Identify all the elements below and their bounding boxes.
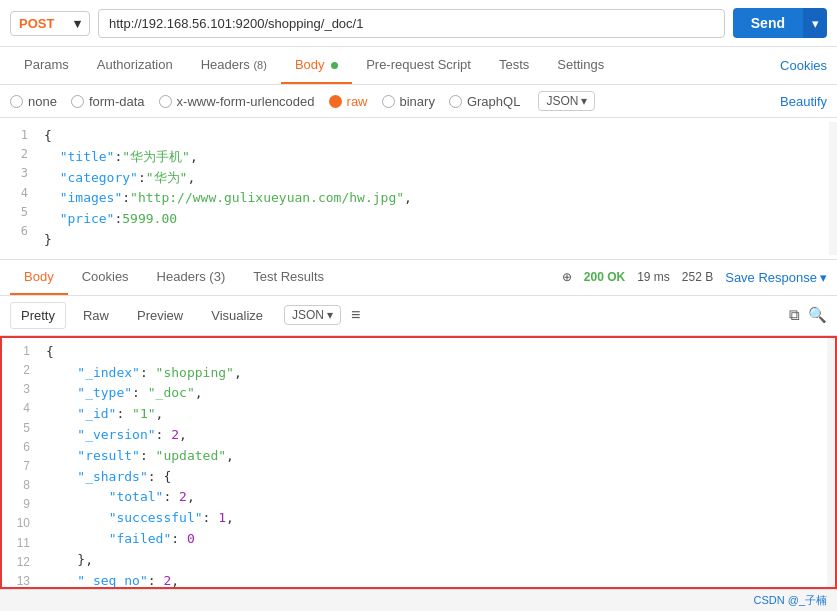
req-line-num-5: 5 <box>8 203 28 222</box>
resp-json-chevron-icon: ▾ <box>327 308 333 322</box>
response-code-area[interactable]: 1 2 3 4 5 6 7 8 9 10 11 12 13 14 { "_ind… <box>0 336 837 589</box>
resp-ln-6: 6 <box>10 438 30 457</box>
resp-headers-badge: (3) <box>209 269 225 284</box>
tab-settings[interactable]: Settings <box>543 47 618 84</box>
req-line-numbers: 1 2 3 4 5 6 <box>0 122 36 255</box>
tab-params[interactable]: Params <box>10 47 83 84</box>
resp-tab-headers[interactable]: Headers (3) <box>143 260 240 295</box>
bottom-bar: CSDN @_子楠 <box>0 589 837 611</box>
resp-ln-9: 9 <box>10 495 30 514</box>
resp-copy-icon[interactable]: ⧉ <box>789 306 800 324</box>
req-line-num-1: 1 <box>8 126 28 145</box>
request-tabs: Params Authorization Headers (8) Body Pr… <box>0 47 837 85</box>
radio-binary <box>382 95 395 108</box>
status-ok: 200 OK <box>584 270 625 284</box>
resp-ln-11: 11 <box>10 534 30 553</box>
resp-tab-cookies[interactable]: Cookies <box>68 260 143 295</box>
url-input[interactable] <box>98 9 725 38</box>
method-select[interactable]: POST ▾ <box>10 11 90 36</box>
body-type-urlencoded[interactable]: x-www-form-urlencoded <box>159 94 315 109</box>
body-dot <box>331 62 338 69</box>
resp-time: 19 ms <box>637 270 670 284</box>
radio-graphql <box>449 95 462 108</box>
radio-urlencoded <box>159 95 172 108</box>
brand-label: CSDN @_子楠 <box>753 593 827 608</box>
response-tabs: Body Cookies Headers (3) Test Results ⊕ … <box>0 260 837 296</box>
resp-status: ⊕ 200 OK 19 ms 252 B Save Response ▾ <box>562 270 827 285</box>
cookies-button[interactable]: Cookies <box>780 48 827 83</box>
send-button[interactable]: Send <box>733 8 803 38</box>
url-bar: POST ▾ Send ▾ <box>0 0 837 47</box>
req-scrollbar[interactable] <box>829 122 837 255</box>
request-code-content[interactable]: { "title":"华为手机", "category":"华为", "imag… <box>36 122 829 255</box>
headers-badge: (8) <box>253 59 266 71</box>
resp-body-tab-pretty[interactable]: Pretty <box>10 302 66 329</box>
tab-prerequest[interactable]: Pre-request Script <box>352 47 485 84</box>
tab-tests[interactable]: Tests <box>485 47 543 84</box>
body-type-raw[interactable]: raw <box>329 94 368 109</box>
body-type-binary[interactable]: binary <box>382 94 435 109</box>
body-type-graphql[interactable]: GraphQL <box>449 94 520 109</box>
body-type-binary-label: binary <box>400 94 435 109</box>
body-type-urlencoded-label: x-www-form-urlencoded <box>177 94 315 109</box>
body-type-formdata[interactable]: form-data <box>71 94 145 109</box>
req-line-num-4: 4 <box>8 184 28 203</box>
json-select[interactable]: JSON ▾ <box>538 91 595 111</box>
json-select-label: JSON <box>546 94 578 108</box>
resp-search-icon[interactable]: 🔍 <box>808 306 827 324</box>
method-chevron-icon: ▾ <box>74 16 81 31</box>
save-response-button[interactable]: Save Response ▾ <box>725 270 827 285</box>
method-label: POST <box>19 16 54 31</box>
radio-none <box>10 95 23 108</box>
resp-ln-1: 1 <box>10 342 30 361</box>
resp-ln-10: 10 <box>10 514 30 533</box>
body-type-none-label: none <box>28 94 57 109</box>
resp-tab-body[interactable]: Body <box>10 260 68 295</box>
resp-size: 252 B <box>682 270 713 284</box>
req-line-num-6: 6 <box>8 222 28 241</box>
resp-ln-3: 3 <box>10 380 30 399</box>
resp-json-select[interactable]: JSON ▾ <box>284 305 341 325</box>
resp-body-tab-raw[interactable]: Raw <box>72 302 120 329</box>
globe-icon: ⊕ <box>562 270 572 284</box>
body-type-none[interactable]: none <box>10 94 57 109</box>
radio-raw <box>329 95 342 108</box>
tab-authorization[interactable]: Authorization <box>83 47 187 84</box>
req-line-num-3: 3 <box>8 164 28 183</box>
resp-ln-13: 13 <box>10 572 30 589</box>
resp-ln-5: 5 <box>10 419 30 438</box>
resp-scrollbar[interactable] <box>827 338 835 587</box>
resp-icons-right: ⧉ 🔍 <box>789 306 827 324</box>
resp-ln-2: 2 <box>10 361 30 380</box>
resp-ln-12: 12 <box>10 553 30 572</box>
resp-body-tabs: Pretty Raw Preview Visualize JSON ▾ ≡ ⧉ … <box>0 296 837 336</box>
resp-ln-4: 4 <box>10 399 30 418</box>
app-container: POST ▾ Send ▾ Params Authorization Heade… <box>0 0 837 611</box>
resp-ln-8: 8 <box>10 476 30 495</box>
save-response-label: Save Response <box>725 270 817 285</box>
body-type-graphql-label: GraphQL <box>467 94 520 109</box>
resp-ln-7: 7 <box>10 457 30 476</box>
resp-filter-icon[interactable]: ≡ <box>347 306 364 324</box>
req-tabs-left: Params Authorization Headers (8) Body Pr… <box>10 47 618 84</box>
save-response-chevron-icon: ▾ <box>820 270 827 285</box>
tab-headers[interactable]: Headers (8) <box>187 47 281 84</box>
resp-body-tab-visualize[interactable]: Visualize <box>200 302 274 329</box>
req-line-num-2: 2 <box>8 145 28 164</box>
resp-line-numbers: 1 2 3 4 5 6 7 8 9 10 11 12 13 14 <box>2 338 38 587</box>
request-code-editor: 1 2 3 4 5 6 { "title":"华为手机", "category"… <box>0 118 837 260</box>
send-dropdown-button[interactable]: ▾ <box>803 8 827 38</box>
resp-tabs-left: Body Cookies Headers (3) Test Results <box>10 260 338 295</box>
body-type-raw-label: raw <box>347 94 368 109</box>
response-area: Body Cookies Headers (3) Test Results ⊕ … <box>0 260 837 589</box>
tab-body[interactable]: Body <box>281 47 352 84</box>
body-type-row: none form-data x-www-form-urlencoded raw… <box>0 85 837 118</box>
resp-body-tab-preview[interactable]: Preview <box>126 302 194 329</box>
json-chevron-icon: ▾ <box>581 94 587 108</box>
beautify-button[interactable]: Beautify <box>780 94 827 109</box>
response-code-content: { "_index": "shopping", "_type": "_doc",… <box>38 338 827 587</box>
resp-tab-test-results[interactable]: Test Results <box>239 260 338 295</box>
body-type-formdata-label: form-data <box>89 94 145 109</box>
radio-formdata <box>71 95 84 108</box>
resp-json-label: JSON <box>292 308 324 322</box>
